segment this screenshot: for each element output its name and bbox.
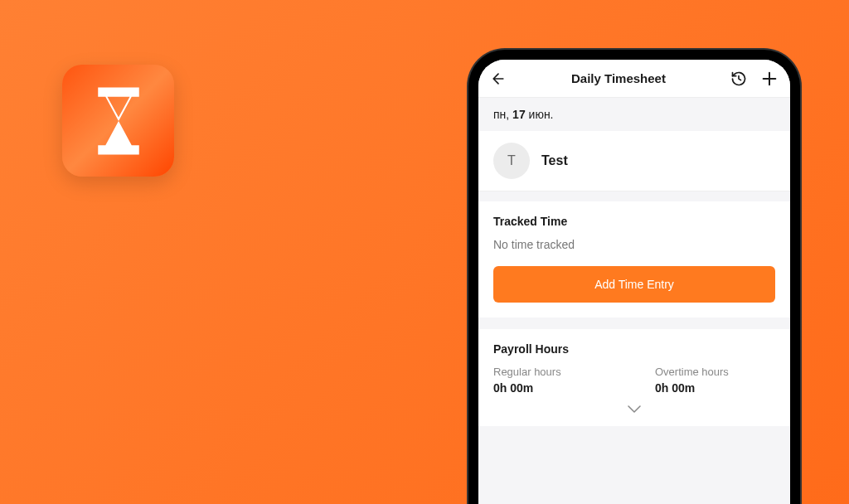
date-bar: пн, 17 июн.: [478, 98, 790, 131]
overtime-hours: Overtime hours 0h 00m: [655, 366, 775, 395]
app-logo: [62, 65, 174, 177]
regular-hours: Regular hours 0h 00m: [493, 366, 614, 395]
date-month: июн.: [529, 108, 554, 121]
tracked-time-section: Tracked Time No time tracked Add Time En…: [478, 201, 790, 317]
payroll-title: Payroll Hours: [493, 342, 775, 356]
phone-frame: Daily Timesheet пн, 17 ию: [468, 50, 800, 504]
plus-icon: [760, 70, 779, 88]
hourglass-icon: [90, 84, 148, 158]
regular-hours-value: 0h 00m: [493, 381, 614, 395]
payroll-hours-section: Payroll Hours Regular hours 0h 00m Overt…: [478, 329, 790, 426]
history-button[interactable]: [730, 70, 747, 87]
profile-section[interactable]: T Test: [478, 131, 790, 191]
tracked-time-title: Tracked Time: [493, 215, 775, 228]
add-button[interactable]: [760, 70, 779, 88]
back-button[interactable]: [490, 70, 507, 87]
phone-screen: Daily Timesheet пн, 17 ию: [478, 60, 790, 504]
regular-hours-label: Regular hours: [493, 366, 614, 378]
history-icon: [730, 70, 747, 87]
avatar-initial: T: [507, 153, 516, 168]
overtime-hours-label: Overtime hours: [655, 366, 775, 378]
arrow-left-icon: [490, 70, 507, 87]
overtime-hours-value: 0h 00m: [655, 381, 775, 395]
date-weekday: пн,: [493, 108, 509, 121]
add-time-entry-button[interactable]: Add Time Entry: [493, 266, 775, 303]
profile-name: Test: [541, 153, 568, 168]
date-day: 17: [512, 108, 526, 121]
expand-payroll-button[interactable]: [493, 395, 775, 418]
page-title: Daily Timesheet: [571, 71, 666, 85]
app-header: Daily Timesheet: [478, 60, 790, 98]
chevron-down-icon: [627, 405, 642, 414]
no-time-message: No time tracked: [493, 238, 775, 251]
avatar: T: [493, 143, 530, 179]
